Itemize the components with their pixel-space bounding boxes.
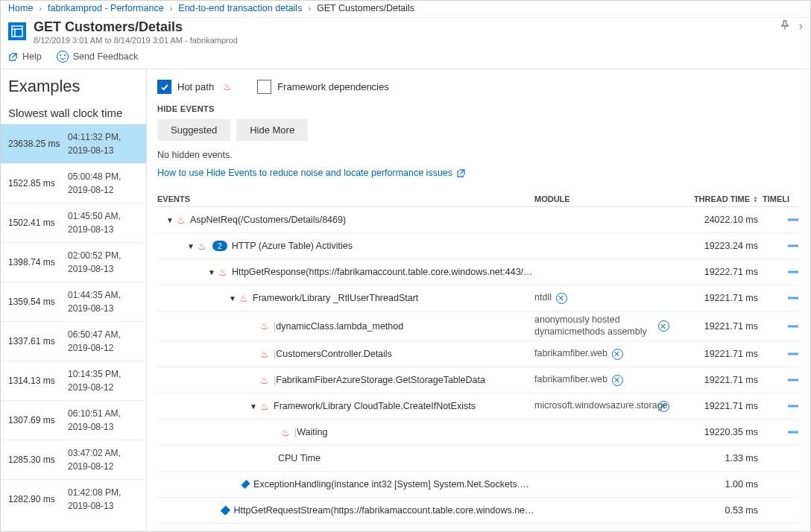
event-label: HTTP (Azure Table) Activities [232,241,353,251]
event-row[interactable]: CPU Time1.33 ms [157,446,798,472]
event-label: CPU Time [278,453,321,463]
help-link[interactable]: Help [8,51,42,62]
module-remove-icon[interactable] [556,293,567,304]
event-row[interactable]: ExceptionHandling(instance class System.… [157,524,798,531]
send-feedback-link[interactable]: Send Feedback [57,51,139,63]
timeline-bar [788,379,798,381]
event-label: dynamicClass.lambda_method [276,321,403,332]
example-row[interactable]: 1314.13 ms10:14:35 PM,2019-08-12 [1,361,146,400]
event-label: CustomersController.Details [276,349,392,359]
howto-link[interactable]: How to use Hide Events to reduce noise a… [157,168,465,178]
examples-title: Examples [8,77,139,96]
flame-icon: ♨ [218,267,227,278]
timeline-bar [788,271,798,273]
event-row[interactable]: ♨ | FabrikamFiberAzureStorage.GetStorage… [157,367,798,393]
event-label: AspNetReq(/Customers/Details/8469) [190,215,346,225]
hide-events-label: HIDE EVENTS [157,104,810,113]
example-row[interactable]: 1282.90 ms01:42:08 PM,2019-08-13 [1,479,146,519]
diamond-icon [221,506,230,516]
hotpath-checkbox[interactable] [157,80,171,94]
expand-arrow[interactable] [250,402,257,411]
timeline-bar [788,297,798,300]
event-row[interactable]: ♨Framework/Library CloudTable.CreateIfNo… [157,393,798,419]
examples-panel: Examples Slowest wall clock time 23638.2… [1,69,147,531]
module-remove-icon[interactable] [658,401,669,412]
example-row[interactable]: 1502.41 ms01:45:50 AM,2019-08-13 [1,203,146,242]
module-remove-icon[interactable] [658,320,669,332]
flame-icon: ♨ [223,81,232,92]
flame-icon: ♨ [260,320,269,332]
flame-icon: ♨ [198,241,206,252]
event-row[interactable]: ♨Framework/Library _RtlUserThreadStartnt… [157,285,798,311]
example-row[interactable]: 1285.30 ms03:47:02 AM,2019-08-12 [1,440,146,479]
events-header: EVENTS MODULE THREAD TIME▲▼ TIMELI [157,191,798,207]
timeline-bar [788,353,798,355]
page-subtitle: 8/12/2019 3:01 AM to 8/14/2019 3:01 AM -… [34,36,238,45]
example-row[interactable]: 1307.69 ms06:10:51 AM,2019-08-13 [1,400,146,440]
thread-time: 19222.71 ms [676,267,763,277]
event-row[interactable]: ExceptionHandling(instance int32 [System… [157,472,798,498]
expand-button[interactable]: › [799,19,803,33]
event-label: Framework/Library _RtlUserThreadStart [253,293,418,303]
breadcrumb-current: GET Customers/Details [317,3,414,13]
thread-time: 1.00 ms [676,479,763,490]
module-remove-icon[interactable] [612,375,623,386]
page-icon [8,22,26,40]
expand-arrow[interactable] [208,268,215,276]
flame-icon: ♨ [177,215,186,226]
expand-arrow[interactable] [229,294,236,303]
expand-arrow[interactable] [229,475,239,494]
col-thread[interactable]: THREAD TIME▲▼ [676,194,763,203]
thread-time: 19221.71 ms [676,321,763,332]
event-row[interactable]: ♨ | Waiting19220.35 ms [157,419,798,446]
hotpath-label: Hot path [177,81,214,92]
example-row[interactable]: 1359.54 ms01:44:35 AM,2019-08-13 [1,282,146,321]
example-row[interactable]: 1522.85 ms05:00:48 PM,2019-08-12 [1,163,146,203]
expand-arrow[interactable] [208,501,218,520]
flame-icon: ♨ [260,401,269,412]
thread-time: 19221.71 ms [676,401,763,411]
no-hidden-events: No hidden events. [157,150,810,160]
thread-time: 19221.71 ms [676,349,763,359]
timeline-bar [788,405,798,408]
breadcrumb: Home› fabrikamprod - Performance› End-to… [1,1,810,18]
event-row[interactable]: ♨HttpGetResponse(https://fabrikamaccount… [157,259,798,285]
expand-arrow[interactable] [187,242,195,250]
svg-rect-0 [12,26,22,37]
event-row[interactable]: HttpGetRequestStream(https://fabrikamacc… [157,498,798,524]
breadcrumb-e2e[interactable]: End-to-end transaction details [178,3,302,13]
col-timeline[interactable]: TIMELI [763,194,798,203]
event-row[interactable]: ♨ | dynamicClass.lambda_methodanonymousl… [157,311,798,341]
events-panel: Hot path ♨ Framework dependencies HIDE E… [147,69,810,531]
breadcrumb-perf[interactable]: fabrikamprod - Performance [48,3,164,13]
thread-time: 19223.24 ms [676,241,763,251]
example-row[interactable]: 23638.25 ms04:11:32 PM,2019-08-13 [1,124,146,163]
example-row[interactable]: 1398.74 ms02:00:52 PM,2019-08-13 [1,242,146,282]
expand-arrow[interactable] [187,528,198,531]
hide-more-button[interactable]: Hide More [236,119,308,141]
suggested-button[interactable]: Suggested [157,119,230,141]
event-row[interactable]: ♨2HTTP (Azure Table) Activities19223.24 … [157,233,798,259]
sort-icon: ▲▼ [753,195,758,203]
module-remove-icon[interactable] [612,349,623,360]
frameworkdep-checkbox[interactable] [257,80,271,94]
col-events[interactable]: EVENTS [157,194,534,203]
diamond-icon [241,480,250,489]
examples-subtitle: Slowest wall clock time [8,107,139,119]
event-label: Waiting [297,427,327,437]
timeline-bar [788,245,798,247]
example-row[interactable]: 1337.61 ms06:50:47 AM,2019-08-12 [1,321,146,361]
page-title: GET Customers/Details [34,19,238,35]
event-label: Framework/Library CloudTable.CreateIfNot… [274,401,476,411]
expand-arrow[interactable] [166,216,174,224]
event-label: FabrikamFiberAzureStorage.GetStorageTabl… [276,375,485,385]
flame-icon: ♨ [260,349,269,360]
pin-button[interactable] [780,20,790,33]
timeline-bar [788,219,798,221]
breadcrumb-home[interactable]: Home [8,3,33,13]
col-module[interactable]: MODULE [534,194,676,203]
timeline-bar [788,325,798,327]
thread-time: 19221.71 ms [676,293,763,303]
event-row[interactable]: ♨ | CustomersController.Detailsfabrikamf… [157,341,798,367]
event-row[interactable]: ♨AspNetReq(/Customers/Details/8469)24022… [157,207,798,233]
